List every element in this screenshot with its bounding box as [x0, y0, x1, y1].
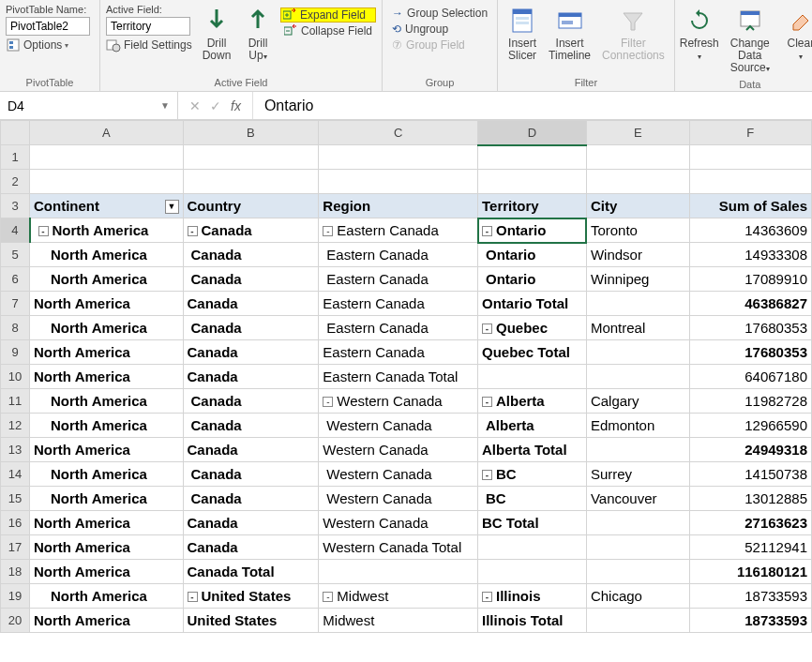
cell[interactable]: Western Canada: [319, 462, 478, 487]
cell[interactable]: Canada: [183, 267, 319, 292]
row-header[interactable]: 20: [1, 609, 30, 633]
change-data-source-button[interactable]: Change DataSource▾: [722, 4, 778, 77]
cell[interactable]: North America: [30, 462, 183, 487]
row-header[interactable]: 5: [1, 243, 30, 267]
formula-input[interactable]: [253, 98, 812, 114]
cell[interactable]: Canada: [183, 389, 319, 414]
cell[interactable]: -Canada: [183, 218, 319, 243]
cell[interactable]: North America: [30, 267, 183, 292]
cell[interactable]: North America: [30, 243, 183, 267]
pivottable-name-input[interactable]: [6, 17, 90, 36]
cell[interactable]: Canada: [183, 438, 319, 462]
cell[interactable]: Western Canada: [319, 511, 478, 535]
cell[interactable]: [689, 170, 811, 194]
cell[interactable]: [586, 170, 689, 194]
row-header[interactable]: 4: [1, 218, 30, 243]
cell[interactable]: 11982728: [689, 389, 811, 414]
ungroup-button[interactable]: ⟲ Ungroup: [388, 22, 491, 37]
cell[interactable]: Alberta Total: [478, 438, 587, 462]
cell[interactable]: 17089910: [689, 267, 811, 292]
cell[interactable]: North America: [30, 487, 183, 511]
cell[interactable]: 64067180: [689, 365, 811, 389]
cell[interactable]: [478, 170, 587, 194]
active-field-input[interactable]: [106, 17, 190, 36]
collapse-toggle-icon[interactable]: -: [323, 592, 333, 602]
name-box-input[interactable]: [8, 98, 139, 113]
collapse-toggle-icon[interactable]: -: [482, 226, 492, 236]
expand-field-button[interactable]: Expand Field: [280, 8, 376, 23]
cell[interactable]: Canada: [183, 243, 319, 267]
cell[interactable]: Windsor: [586, 243, 689, 267]
row-header[interactable]: 12: [1, 414, 30, 438]
pivot-header-cell[interactable]: Continent▼: [30, 194, 183, 218]
cell[interactable]: Quebec Total: [478, 340, 587, 365]
fx-icon[interactable]: fx: [231, 98, 241, 113]
row-header[interactable]: 17: [1, 535, 30, 560]
cell[interactable]: -Midwest: [319, 584, 478, 609]
cell[interactable]: North America: [30, 584, 183, 609]
cell[interactable]: 14363609: [689, 218, 811, 243]
cell[interactable]: United States: [183, 609, 319, 633]
cell[interactable]: Western Canada: [319, 487, 478, 511]
cell[interactable]: [586, 560, 689, 584]
cell[interactable]: Canada: [183, 511, 319, 535]
collapse-toggle-icon[interactable]: -: [323, 397, 333, 407]
cell[interactable]: [586, 365, 689, 389]
cell[interactable]: -North America: [30, 218, 183, 243]
cell[interactable]: Canada: [183, 365, 319, 389]
row-header[interactable]: 1: [1, 145, 30, 170]
row-header[interactable]: 6: [1, 267, 30, 292]
cell[interactable]: 27163623: [689, 511, 811, 535]
filter-dropdown-icon[interactable]: ▼: [165, 200, 179, 214]
row-header[interactable]: 7: [1, 292, 30, 316]
cell[interactable]: 14933308: [689, 243, 811, 267]
cell[interactable]: Toronto: [586, 218, 689, 243]
col-header-C[interactable]: C: [319, 121, 478, 145]
pivot-header-cell[interactable]: Country: [183, 194, 319, 218]
cell[interactable]: 24949318: [689, 438, 811, 462]
row-header[interactable]: 13: [1, 438, 30, 462]
cell[interactable]: Vancouver: [586, 487, 689, 511]
cell[interactable]: 12966590: [689, 414, 811, 438]
cell[interactable]: Western Canada Total: [319, 535, 478, 560]
cell[interactable]: [689, 145, 811, 170]
drill-up-button[interactable]: DrillUp▾: [239, 4, 277, 64]
cell[interactable]: 18733593: [689, 584, 811, 609]
row-header[interactable]: 10: [1, 365, 30, 389]
cell[interactable]: [586, 145, 689, 170]
pivot-header-cell[interactable]: Territory: [478, 194, 587, 218]
cell[interactable]: Canada: [183, 292, 319, 316]
enter-icon[interactable]: ✓: [210, 98, 221, 113]
collapse-toggle-icon[interactable]: -: [482, 592, 492, 602]
row-header[interactable]: 19: [1, 584, 30, 609]
cell[interactable]: Midwest: [319, 609, 478, 633]
cell[interactable]: Canada: [183, 316, 319, 340]
pivot-header-cell[interactable]: Sum of Sales: [689, 194, 811, 218]
field-settings-button[interactable]: Field Settings: [106, 38, 194, 53]
collapse-toggle-icon[interactable]: -: [323, 226, 333, 236]
row-header[interactable]: 16: [1, 511, 30, 535]
collapse-toggle-icon[interactable]: -: [188, 592, 198, 602]
cell[interactable]: -Illinois: [478, 584, 587, 609]
cell[interactable]: BC Total: [478, 511, 587, 535]
drill-down-button[interactable]: DrillDown: [198, 4, 235, 64]
cell[interactable]: [586, 438, 689, 462]
cell[interactable]: 14150738: [689, 462, 811, 487]
cell[interactable]: [478, 535, 587, 560]
row-header[interactable]: 15: [1, 487, 30, 511]
cell[interactable]: 52112941: [689, 535, 811, 560]
pivottable-options-button[interactable]: Options ▾: [6, 38, 94, 53]
row-header[interactable]: 11: [1, 389, 30, 414]
cell[interactable]: Western Canada: [319, 438, 478, 462]
cell[interactable]: Winnipeg: [586, 267, 689, 292]
cell[interactable]: [586, 511, 689, 535]
cell[interactable]: -BC: [478, 462, 587, 487]
cell[interactable]: Canada: [183, 487, 319, 511]
cancel-icon[interactable]: ✕: [189, 98, 201, 113]
cell[interactable]: [183, 145, 319, 170]
cell[interactable]: -Western Canada: [319, 389, 478, 414]
cell[interactable]: Ontario: [478, 267, 587, 292]
cell[interactable]: Eastern Canada Total: [319, 365, 478, 389]
cell[interactable]: 17680353: [689, 316, 811, 340]
cell[interactable]: Ontario Total: [478, 292, 587, 316]
